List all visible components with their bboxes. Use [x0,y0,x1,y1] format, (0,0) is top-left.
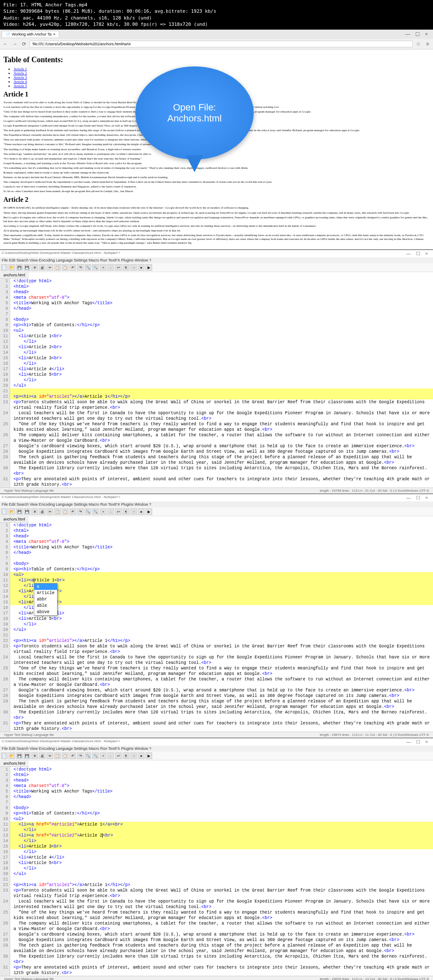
zoom-out-icon[interactable]: - [107,508,114,515]
save-icon[interactable]: 💾 [16,264,23,271]
wrap-icon[interactable]: ↩ [115,752,122,759]
toc-link-3[interactable]: Article 3 [14,75,27,80]
reload-icon[interactable]: ⟳ [20,40,28,48]
star-icon[interactable]: ☆ [414,40,422,48]
close-icon[interactable]: × [425,31,428,37]
file-tab[interactable]: anchors.html [0,760,29,767]
undo-icon[interactable]: ↶ [69,508,76,515]
maximize-icon[interactable]: ☐ [416,251,420,256]
redo-icon[interactable]: ↷ [77,264,84,271]
wrap-icon[interactable]: ↩ [115,264,122,271]
play-icon[interactable]: ▶ [145,264,152,271]
redo-icon[interactable]: ↷ [77,752,84,759]
paste-icon[interactable]: 📋 [62,508,69,515]
chars-icon[interactable]: ¶ [123,752,129,759]
maximize-icon[interactable]: ☐ [415,31,420,37]
editor-menu[interactable]: File Edit Search View Encoding Language … [0,501,433,507]
code-editor[interactable]: 1<!doctype html> 2<html> 3<head> 4<meta … [0,523,433,732]
autocomplete-item[interactable]: above [34,609,57,615]
zoom-out-icon[interactable]: - [107,752,114,759]
maximize-icon[interactable]: ☐ [416,495,420,501]
wrap-icon[interactable]: ↩ [115,508,122,515]
indent-icon[interactable]: → [130,508,137,515]
replace-icon[interactable]: 🔍 [92,508,99,515]
replace-icon[interactable]: 🔍 [92,264,99,271]
cut-icon[interactable]: ✂ [47,508,53,515]
toc-link-2[interactable]: Article 2 [14,71,27,75]
macro-icon[interactable]: ● [138,264,145,271]
menu-icon[interactable]: ≡ [424,40,431,48]
autocomplete-popup[interactable]: a Article abbr able above [34,583,58,616]
saveall-icon[interactable]: 💾 [24,752,30,759]
chars-icon[interactable]: ¶ [123,264,129,271]
close-icon[interactable]: × [425,495,428,501]
autocomplete-item[interactable]: abbr [34,596,57,603]
close-icon[interactable]: × [425,739,428,745]
macro-icon[interactable]: ● [138,508,145,515]
find-icon[interactable]: 🔍 [85,508,91,515]
new-icon[interactable]: 📄 [1,752,8,759]
minimize-icon[interactable]: — [406,495,411,501]
saveall-icon[interactable]: 💾 [24,264,30,271]
minimize-icon[interactable]: — [406,739,411,745]
file-tab[interactable]: anchors.html [0,516,29,523]
autocomplete-item[interactable]: a [34,584,57,590]
browser-tab[interactable]: 📄 Working with Anchor Ta × [2,31,59,37]
cut-icon[interactable]: ✂ [47,264,53,271]
close-icon[interactable]: × [425,251,428,256]
editor-menu[interactable]: File Edit Search View Encoding Language … [0,746,433,752]
zoom-in-icon[interactable]: + [100,264,107,271]
close-icon[interactable]: ✕ [31,264,38,271]
macro-icon[interactable]: ● [138,752,145,759]
paste-icon[interactable]: 📋 [62,264,69,271]
open-icon[interactable]: 📂 [8,264,15,271]
play-icon[interactable]: ▶ [145,508,152,515]
undo-icon[interactable]: ↶ [69,752,76,759]
autocomplete-item[interactable]: able [34,603,57,609]
toc-link-5[interactable]: Article 5 [14,84,27,88]
url-input[interactable] [30,41,413,47]
replace-icon[interactable]: 🔍 [92,752,99,759]
indent-icon[interactable]: → [130,752,137,759]
back-icon[interactable]: ← [2,40,9,48]
zoom-out-icon[interactable]: - [107,264,114,271]
paste-icon[interactable]: 📋 [62,752,69,759]
save-icon[interactable]: 💾 [16,508,23,515]
close-icon[interactable]: ✕ [31,508,38,515]
undo-icon[interactable]: ↶ [69,264,76,271]
forward-icon[interactable]: → [11,40,19,48]
cut-icon[interactable]: ✂ [47,752,53,759]
find-icon[interactable]: 🔍 [85,752,91,759]
print-icon[interactable]: 🖨 [39,508,46,515]
copy-icon[interactable]: 📋 [54,752,61,759]
chars-icon[interactable]: ¶ [123,508,129,515]
file-tab[interactable]: anchors.html [0,272,29,278]
autocomplete-item[interactable]: Article [34,590,57,596]
new-icon[interactable]: 📄 [1,508,8,515]
editor-menu[interactable]: File Edit Search View Encoding Language … [0,257,433,263]
maximize-icon[interactable]: ☐ [416,739,420,745]
copy-icon[interactable]: 📋 [54,508,61,515]
open-icon[interactable]: 📂 [8,508,15,515]
zoom-in-icon[interactable]: + [100,508,107,515]
print-icon[interactable]: 🖨 [39,752,46,759]
print-icon[interactable]: 🖨 [39,264,46,271]
close-icon[interactable]: ✕ [31,752,38,759]
open-icon[interactable]: 📂 [8,752,15,759]
zoom-in-icon[interactable]: + [100,752,107,759]
saveall-icon[interactable]: 💾 [24,508,30,515]
play-icon[interactable]: ▶ [145,752,152,759]
save-icon[interactable]: 💾 [16,752,23,759]
code-editor[interactable]: 1<!doctype html> 2<html> 3<head> 4<meta … [0,767,433,976]
redo-icon[interactable]: ↷ [77,508,84,515]
code-editor[interactable]: 1<!doctype html> 2<html> 3<head> 4<meta … [0,278,433,487]
find-icon[interactable]: 🔍 [85,264,91,271]
toc-link-1[interactable]: Article 1 [14,67,27,71]
toc-link-4[interactable]: Article 4 [14,80,27,84]
indent-icon[interactable]: → [130,264,137,271]
minimize-icon[interactable]: — [405,31,410,37]
new-icon[interactable]: 📄 [1,264,8,271]
close-icon[interactable]: × [53,32,55,36]
copy-icon[interactable]: 📋 [54,264,61,271]
minimize-icon[interactable]: — [406,251,411,256]
